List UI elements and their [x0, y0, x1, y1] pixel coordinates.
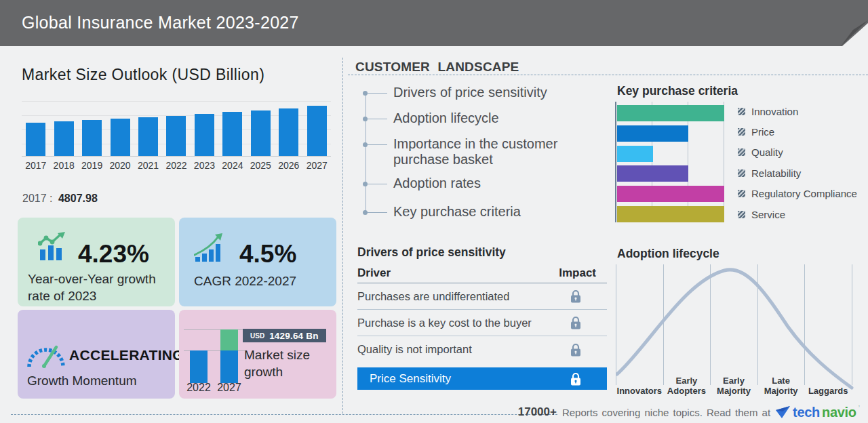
- stage-label: Late Majority: [757, 365, 805, 397]
- mini-bar-2022: [190, 350, 208, 383]
- lock-icon: [570, 316, 581, 329]
- mini-year-end: 2027: [216, 382, 243, 394]
- bar-column: [191, 101, 218, 156]
- kpc-bar-regulatory-compliance: [617, 186, 724, 202]
- table-header: Driver Impact: [357, 266, 607, 283]
- hatch-icon: [738, 108, 745, 115]
- x-axis-label: 2017: [22, 160, 50, 171]
- landscape-node-dash: [368, 212, 387, 213]
- landscape-node-dash: [368, 144, 387, 145]
- lock-icon: [570, 343, 581, 357]
- x-axis-label: 2020: [106, 160, 134, 171]
- x-axis-label: 2023: [191, 160, 218, 171]
- momentum-status: ACCELERATING: [69, 347, 184, 363]
- market-bar-2026: [279, 108, 298, 156]
- landscape-node-dot: [363, 210, 368, 215]
- infographic-page: Global Insurance Market 2023-2027 Market…: [0, 0, 868, 423]
- driver-cell: Purchase is a key cost to the buyer: [357, 317, 532, 329]
- bar-column: [50, 101, 77, 156]
- customer-landscape-title: CUSTOMER LANDSCAPE: [355, 60, 519, 75]
- drivers-table: Driver Impact Purchases are undifferenti…: [357, 266, 607, 390]
- page-title: Global Insurance Market 2023-2027: [22, 0, 299, 45]
- mini-bar-2027-growth: [220, 329, 238, 350]
- legend-label: Relatability: [751, 167, 801, 179]
- driver-cell: Price Sensitivity: [370, 372, 451, 386]
- table-row: Purchase is a key cost to the buyer: [357, 310, 607, 336]
- impact-cell: [569, 289, 583, 303]
- hatch-icon: [738, 128, 745, 136]
- legend-label: Quality: [751, 146, 783, 158]
- market-size-growth-card: 2022 2027 USD 1429.64 Bn Market size gro…: [179, 310, 336, 399]
- adoption-stage-labels: InnovatorsEarly AdoptersEarly MajorityLa…: [616, 365, 852, 397]
- technavio-arrow-icon: [776, 406, 791, 419]
- landscape-node-dash: [368, 119, 387, 119]
- landscape-node-dot: [363, 182, 368, 186]
- impact-cell: [569, 372, 583, 386]
- hatch-icon: [738, 211, 745, 218]
- bar-column: [247, 101, 275, 156]
- stage-label: Laggards: [804, 365, 852, 397]
- kpc-bar-quality: [617, 146, 653, 162]
- legend-item: Price: [738, 124, 774, 139]
- footer-text: Reports covering niche topics. Read them…: [562, 407, 770, 418]
- bar-column: [134, 101, 162, 156]
- x-axis-label: 2027: [303, 160, 331, 171]
- technavio-logo[interactable]: technavio ’: [776, 405, 860, 420]
- brand-navio: navio: [822, 405, 856, 420]
- stage-label: Early Adopters: [663, 365, 711, 397]
- market-bar-2027: [307, 106, 327, 156]
- x-axis-label: 2024: [218, 160, 246, 171]
- growth-card-label: Market size growth: [244, 346, 324, 380]
- table-row: Purchases are undifferentiated: [357, 283, 607, 310]
- market-callout: 2017 : 4807.98: [22, 193, 98, 205]
- legend-label: Regulatory Compliance: [751, 188, 857, 199]
- landscape-item: Key purchase criteria: [393, 204, 612, 220]
- kpc-bar-relatability: [617, 165, 688, 182]
- landscape-item: Adoption rates: [393, 176, 612, 191]
- landscape-node-dot: [363, 91, 368, 96]
- kpc-bar-price: [617, 125, 688, 142]
- stage-label: Innovators: [616, 365, 663, 397]
- legend-item: Innovation: [738, 104, 798, 119]
- market-bar-2023: [195, 114, 214, 156]
- stage-label: Early Majority: [710, 365, 757, 397]
- landscape-node-dot: [363, 117, 368, 121]
- landscape-node-dash: [368, 184, 387, 184]
- bar-column: [275, 101, 302, 156]
- market-bar-2018: [54, 121, 74, 156]
- landscape-node-dash: [368, 93, 387, 94]
- footer-report-count: 17000+: [518, 405, 557, 419]
- driver-cell: Purchases are undifferentiated: [357, 290, 509, 303]
- brand-mark: ’: [859, 405, 860, 412]
- market-bar-2019: [82, 120, 102, 156]
- callout-separator: :: [50, 193, 52, 204]
- lock-icon: [570, 372, 581, 386]
- bar-column: [22, 101, 50, 156]
- hatch-icon: [738, 190, 745, 197]
- bar-column: [218, 101, 246, 156]
- section-divider-vertical: [342, 58, 343, 414]
- growth-chart-icon: [38, 231, 71, 262]
- usd-badge: USD 1429.64 Bn: [243, 329, 326, 342]
- brand-tech: tech: [793, 405, 820, 420]
- landscape-item: Importance in the customer purchase bask…: [393, 136, 612, 167]
- badge-currency: USD: [250, 332, 264, 340]
- kpc-bar-innovation: [617, 105, 724, 121]
- bar-column: [78, 101, 106, 156]
- hatch-icon: [738, 148, 745, 156]
- x-axis-label: 2022: [162, 160, 190, 171]
- cagr-label: CAGR 2022-2027: [194, 273, 296, 289]
- landscape-node-dot: [363, 142, 368, 147]
- yoy-growth-value: 4.23%: [78, 240, 149, 268]
- x-axis-label: 2025: [247, 160, 275, 171]
- badge-amount: 1429.64 Bn: [269, 331, 319, 341]
- landscape-connector-line: [366, 93, 366, 212]
- market-size-x-labels: 2017201820192020202120222023202420252026…: [22, 160, 331, 171]
- mini-year-start: 2022: [185, 382, 212, 394]
- legend-label: Service: [751, 209, 785, 220]
- table-row: Quality is not important: [357, 336, 607, 363]
- impact-cell: [569, 316, 583, 329]
- kpc-title: Key purchase criteria: [617, 84, 738, 98]
- x-axis-label: 2018: [50, 160, 77, 171]
- column-driver: Driver: [357, 266, 391, 280]
